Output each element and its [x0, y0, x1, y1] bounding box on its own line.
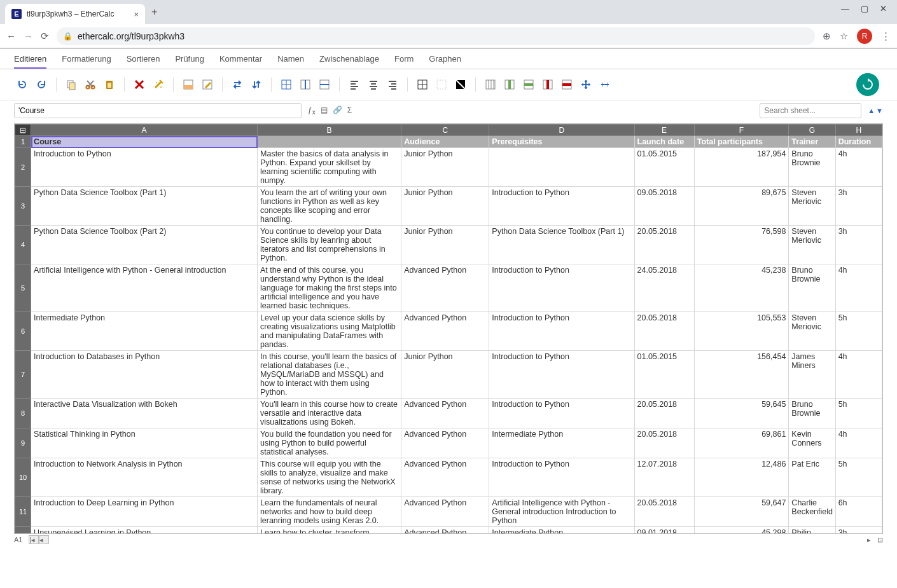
header-cell[interactable] — [258, 136, 401, 148]
align-right-icon[interactable] — [384, 76, 401, 93]
data-cell[interactable]: 4h — [835, 148, 882, 187]
data-cell[interactable]: Artificial Intelligence with Python - Ge… — [489, 497, 634, 527]
data-cell[interactable]: 45,298 — [694, 527, 789, 534]
row-header[interactable]: 12 — [15, 527, 31, 534]
delete-col-icon[interactable] — [539, 76, 556, 93]
data-cell[interactable]: 6h — [835, 497, 882, 527]
row-header[interactable]: 10 — [15, 458, 31, 497]
data-cell[interactable]: 3h — [835, 226, 882, 264]
delete-row-icon[interactable] — [559, 76, 575, 93]
data-cell[interactable]: Kevin Conners — [789, 428, 835, 458]
merge-horizontal-icon[interactable] — [297, 76, 314, 93]
fx-icon[interactable]: ƒx — [308, 106, 316, 116]
data-cell[interactable]: James Miners — [789, 351, 835, 399]
row-header[interactable]: 11 — [15, 497, 31, 527]
col-header-G[interactable]: G — [789, 125, 835, 136]
minimize-icon[interactable]: — — [841, 4, 849, 13]
row-header[interactable]: 2 — [15, 148, 31, 187]
data-cell[interactable]: Master the basics of data analysis in Py… — [258, 148, 401, 187]
data-cell[interactable]: You continue to develop your Data Scienc… — [258, 226, 401, 264]
data-cell[interactable]: Advanced Python — [401, 399, 489, 428]
bookmark-star-icon[interactable]: ☆ — [840, 31, 848, 42]
grid-scroll-area[interactable]: ⊟ ABCDEFGH 1CourseAudiencePrerequisitesL… — [15, 124, 882, 533]
data-cell[interactable]: Bruno Brownie — [789, 264, 835, 312]
data-cell[interactable]: Python Data Science Toolbox (Part 1) — [31, 187, 258, 226]
menu-item-form[interactable]: Form — [394, 54, 414, 69]
row-header[interactable]: 3 — [15, 187, 31, 226]
data-cell[interactable]: Artificial Intelligence with Python - Ge… — [31, 264, 258, 312]
data-cell[interactable]: 5h — [835, 399, 882, 428]
data-cell[interactable]: 45,238 — [694, 264, 789, 312]
data-cell[interactable]: Introduction to Network Analysis in Pyth… — [31, 458, 258, 497]
paste-icon[interactable] — [101, 76, 118, 93]
search-next-icon[interactable]: ▼ — [876, 107, 883, 114]
data-cell[interactable]: Junior Python — [401, 187, 489, 226]
data-cell[interactable]: Advanced Python — [401, 497, 489, 527]
formula-input[interactable] — [14, 103, 302, 118]
data-cell[interactable]: Introduction to Deep Learning in Python — [31, 497, 258, 527]
data-cell[interactable]: 3h — [835, 187, 882, 226]
close-tab-icon[interactable]: × — [134, 10, 139, 19]
data-cell[interactable]: Steven Meriovic — [789, 226, 835, 264]
border-color-icon[interactable] — [452, 76, 469, 93]
data-cell[interactable]: Introduction to Databases in Python — [31, 351, 258, 399]
data-cell[interactable]: Junior Python — [401, 351, 489, 399]
data-cell[interactable]: 187,954 — [694, 148, 789, 187]
move-icon[interactable] — [578, 76, 594, 93]
data-cell[interactable]: 156,454 — [694, 351, 789, 399]
data-cell[interactable]: Introduction to Python — [489, 351, 634, 399]
profile-avatar[interactable]: R — [857, 29, 872, 44]
row-header[interactable]: 8 — [15, 399, 31, 428]
copy-icon[interactable] — [63, 76, 80, 93]
resize-grip-icon[interactable]: ⊡ — [877, 536, 883, 544]
data-cell[interactable]: 69,861 — [694, 428, 789, 458]
data-cell[interactable]: Learn how to cluster, transform, visuali… — [258, 527, 401, 534]
data-cell[interactable]: Python Data Science Toolbox (Part 1) — [489, 226, 634, 264]
row-header[interactable]: 4 — [15, 226, 31, 264]
data-cell[interactable]: 4h — [835, 264, 882, 312]
kebab-menu-icon[interactable]: ⋮ — [881, 31, 891, 42]
row-header[interactable]: 1 — [15, 136, 31, 148]
data-cell[interactable]: Junior Python — [401, 148, 489, 187]
data-cell[interactable]: 59,647 — [694, 497, 789, 527]
link-icon[interactable]: 🔗 — [333, 106, 342, 116]
data-cell[interactable]: Advanced Python — [401, 527, 489, 534]
data-cell[interactable]: Unsupervised Learning in Python — [31, 527, 258, 534]
data-cell[interactable]: 20.05.2018 — [634, 312, 694, 351]
data-cell[interactable]: 20.05.2018 — [634, 497, 694, 527]
insert-row-icon[interactable] — [520, 76, 537, 93]
fill-color-icon[interactable] — [180, 76, 197, 93]
menu-item-namen[interactable]: Namen — [277, 54, 304, 69]
data-cell[interactable]: 20.05.2018 — [634, 226, 694, 264]
data-cell[interactable]: Advanced Python — [401, 428, 489, 458]
data-cell[interactable]: 12.07.2018 — [634, 458, 694, 497]
close-window-icon[interactable]: ✕ — [880, 4, 887, 13]
new-tab-button[interactable]: + — [151, 6, 157, 18]
data-cell[interactable]: Steven Meriovic — [789, 312, 835, 351]
recalc-button[interactable] — [856, 73, 879, 96]
menu-item-kommentar[interactable]: Kommentar — [219, 54, 262, 69]
data-cell[interactable]: Introduction to Python — [489, 312, 634, 351]
col-header-H[interactable]: H — [835, 125, 882, 136]
menu-item-sortieren[interactable]: Sortieren — [127, 54, 160, 69]
col-header-B[interactable]: B — [258, 125, 401, 136]
data-cell[interactable]: Junior Python — [401, 226, 489, 264]
col-header-D[interactable]: D — [489, 125, 634, 136]
back-icon[interactable]: ← — [6, 31, 16, 41]
col-header-E[interactable]: E — [634, 125, 694, 136]
data-cell[interactable]: Statistical Thinking in Python — [31, 428, 258, 458]
data-cell[interactable]: This course will equip you with the skil… — [258, 458, 401, 497]
data-cell[interactable]: 09.05.2018 — [634, 187, 694, 226]
select-all-corner[interactable]: ⊟ — [15, 125, 31, 136]
menu-item-editieren[interactable]: Editieren — [14, 54, 46, 69]
col-header-F[interactable]: F — [694, 125, 789, 136]
merge-vertical-icon[interactable] — [316, 76, 333, 93]
border-all-icon[interactable] — [414, 76, 431, 93]
data-cell[interactable]: Advanced Python — [401, 264, 489, 312]
data-cell[interactable]: In this course, you'll learn the basics … — [258, 351, 401, 399]
search-prev-icon[interactable]: ▲ — [868, 107, 875, 114]
data-cell[interactable]: Introduction to Python — [489, 458, 634, 497]
data-cell[interactable]: Steven Meriovic — [789, 187, 835, 226]
data-cell[interactable]: 5h — [835, 458, 882, 497]
row-header[interactable]: 7 — [15, 351, 31, 399]
